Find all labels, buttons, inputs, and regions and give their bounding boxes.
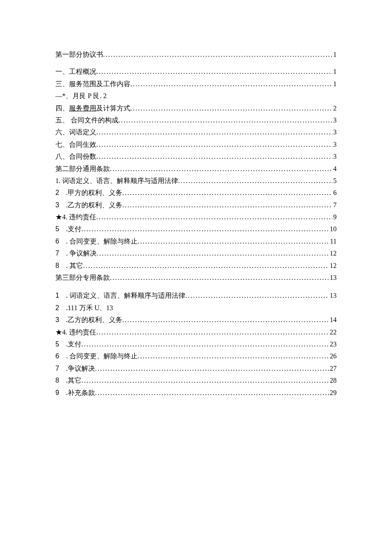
toc-entry: 3 .乙方的权利、义务7 [55, 200, 337, 211]
toc-entry: 3 .乙方的权利、义务14 [55, 314, 337, 325]
toc-page-number: 1 [332, 49, 337, 60]
toc-page-number: 7 [332, 200, 337, 211]
toc-page-number: 1 [332, 66, 337, 77]
toc-leader-dots [122, 200, 332, 211]
toc-page-number: 29 [329, 387, 337, 398]
toc-entry: 六、词语定义3 [55, 127, 337, 138]
toc-label: 1. 词语定义、语言、解释顺序与适用法律 [55, 175, 178, 186]
toc-page-number: 6 [332, 187, 337, 198]
toc-label: 八、合同份数 [55, 151, 96, 162]
toc-number: 6 [55, 351, 59, 362]
toc-entry: 6 . 合同变更、解除与终止 11 [55, 236, 337, 247]
toc-entry: 三、服务范围及工作内容1 [55, 78, 337, 90]
toc-label: 六、词语定义 [55, 127, 96, 138]
toc-label: 1 . 词语定义、语言、解释顺序与适用法律 [55, 290, 185, 301]
toc-leader-dots [110, 272, 329, 283]
toc-label: 7 . 争议解决 [55, 248, 97, 259]
toc-number: 9 [55, 387, 59, 398]
toc-page-number: 3 [332, 127, 337, 138]
toc-label: ★4. 违约责任 [55, 212, 96, 223]
toc-label: 第一部分协议书 [55, 49, 103, 60]
toc-number: 7 [55, 363, 59, 374]
table-of-contents: 第一部分协议书1一、工程概况1三、服务范围及工作内容1—*、月艮 P 艮. 2四… [55, 49, 337, 398]
toc-number: 5 [55, 224, 59, 235]
toc-leader-dots [122, 187, 332, 198]
toc-page-number: 1 [332, 78, 337, 90]
toc-number: 3 [55, 200, 59, 211]
toc-entry: 七、合同生效3 [55, 139, 337, 150]
toc-entry: 8 . 其它 12 [55, 260, 337, 271]
toc-page-number: 3 [332, 139, 337, 150]
toc-entry: 8 .其它28 [55, 375, 337, 386]
toc-label: .111 万禾 U、13 [66, 304, 113, 311]
toc-label: 3 .乙方的权利、义务 [55, 200, 122, 211]
toc-number: 2 [55, 302, 59, 314]
toc-number: 8 [55, 375, 59, 386]
toc-label: 5 .支付 [55, 339, 81, 350]
toc-label: 7 .争议解决 [55, 363, 95, 374]
toc-page-number: 22 [329, 327, 337, 338]
toc-entry: 5 .支付23 [55, 339, 337, 350]
toc-leader-dots [130, 103, 332, 114]
toc-label: 8 . 其它 [55, 260, 83, 271]
toc-entry: 2 .甲方的权利、义务6 [55, 187, 337, 198]
toc-leader-dots [96, 212, 332, 223]
toc-leader-dots [96, 139, 332, 150]
toc-number: 8 [55, 260, 59, 271]
toc-entry: 一、工程概况1 [55, 66, 337, 77]
toc-entry: 四、服务费用及计算方式2 [55, 103, 337, 114]
toc-entry: 八、合同份数3 [55, 151, 337, 162]
toc-page-number: 12 [329, 248, 337, 259]
toc-number: 7 [55, 248, 59, 259]
toc-label: —*、月艮 P 艮. 2 [55, 92, 107, 99]
toc-label: 6 . 合同变更、解除与终止 [55, 236, 138, 247]
toc-leader-dots [81, 339, 329, 350]
toc-label: 9 .补充条款 [55, 387, 95, 398]
toc-entry: 2 .111 万禾 U、13 [55, 302, 337, 314]
toc-label: 四、服务费用及计算方式 [55, 103, 130, 114]
toc-label: 三、服务范围及工作内容 [55, 78, 130, 90]
toc-leader-dots [103, 49, 332, 60]
toc-entry: ★4. 违约责任22 [55, 327, 337, 338]
toc-label: 五、 合同文件的构成 [55, 115, 118, 126]
toc-page-number: 26 [329, 351, 337, 362]
toc-page-number: 13 [329, 290, 337, 301]
toc-page-number: 9 [332, 212, 337, 223]
toc-page-number: 5 [332, 175, 337, 186]
toc-page-number: 14 [329, 314, 337, 325]
toc-label: 2 .甲方的权利、义务 [55, 187, 122, 198]
toc-number: 3 [55, 314, 59, 325]
toc-leader-dots [110, 163, 332, 174]
toc-label: 6 . 合同变更、解除与终止 [55, 351, 138, 362]
toc-label: 第二部分通用条款 [55, 163, 110, 174]
toc-number: 1 [55, 290, 59, 301]
toc-number: 6 [55, 236, 59, 247]
toc-page-number: 4 [332, 163, 337, 174]
toc-page-number: 2 [332, 103, 337, 114]
toc-label: ★4. 违约责任 [55, 327, 96, 338]
toc-underlined-text: 服务费用 [69, 105, 96, 112]
toc-leader-dots [96, 127, 332, 138]
toc-page-number: 27 [329, 363, 337, 374]
toc-label: 第三部分专用条款 [55, 272, 110, 283]
toc-entry: 6 . 合同变更、解除与终止 26 [55, 351, 337, 362]
toc-page-number: 13 [329, 272, 337, 283]
toc-entry: 9 .补充条款29 [55, 387, 337, 398]
toc-leader-dots [95, 363, 329, 374]
toc-entry: 第三部分专用条款13 [55, 272, 337, 283]
toc-entry: 1. 词语定义、语言、解释顺序与适用法律5 [55, 175, 337, 186]
toc-leader-dots [185, 290, 329, 301]
toc-entry: 7 .争议解决27 [55, 363, 337, 374]
toc-entry: 7 . 争议解决 12 [55, 248, 337, 259]
toc-entry: 第二部分通用条款4 [55, 163, 337, 174]
toc-leader-dots [96, 327, 329, 338]
toc-number: 2 [55, 187, 59, 198]
toc-entry: 5 .支付10 [55, 224, 337, 235]
toc-label: 8 .其它 [55, 375, 81, 386]
toc-label: 5 .支付 [55, 224, 81, 235]
toc-page-number: 12 [329, 260, 337, 271]
toc-page-number: 3 [332, 151, 337, 162]
toc-entry: 1 . 词语定义、语言、解释顺序与适用法律 13 [55, 290, 337, 301]
toc-number: 5 [55, 339, 59, 350]
toc-page-number: 28 [329, 375, 337, 386]
